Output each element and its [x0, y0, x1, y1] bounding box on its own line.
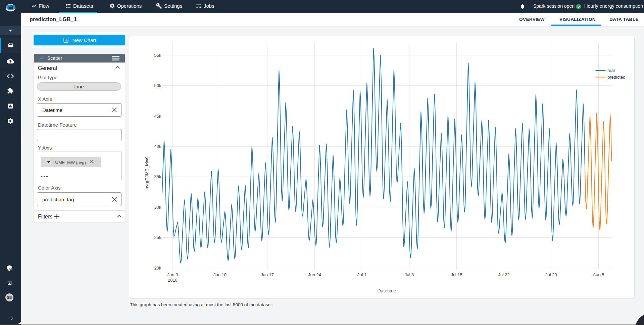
svg-text:40k: 40k: [154, 144, 161, 149]
svg-text:Jun 10: Jun 10: [213, 272, 227, 277]
svg-text:Aug 5: Aug 5: [593, 272, 604, 277]
svg-text:25k: 25k: [154, 235, 161, 240]
svg-text:Jun 3: Jun 3: [167, 272, 178, 277]
svg-text:2018: 2018: [168, 278, 178, 283]
svg-text:55k: 55k: [154, 53, 161, 58]
svg-text:Jun 17: Jun 17: [261, 272, 274, 277]
svg-text:50k: 50k: [154, 83, 161, 88]
svg-text:Jul 1: Jul 1: [357, 272, 366, 277]
svg-text:Jul 15: Jul 15: [451, 272, 462, 277]
svg-text:predicted: predicted: [607, 75, 625, 80]
svg-text:35k: 35k: [154, 174, 161, 179]
svg-text:20k: 20k: [154, 266, 161, 271]
svg-text:Jun 24: Jun 24: [308, 272, 321, 277]
svg-text:Jul 8: Jul 8: [405, 272, 414, 277]
svg-text:30k: 30k: [154, 205, 161, 210]
svg-text:45k: 45k: [154, 114, 161, 119]
svg-text:Jul 22: Jul 22: [498, 272, 510, 277]
svg-text:Datetime: Datetime: [377, 288, 396, 293]
svg-text:Jul 29: Jul 29: [545, 272, 557, 277]
svg-text:avg(PJME_MW): avg(PJME_MW): [144, 156, 149, 189]
svg-text:real: real: [607, 68, 615, 73]
